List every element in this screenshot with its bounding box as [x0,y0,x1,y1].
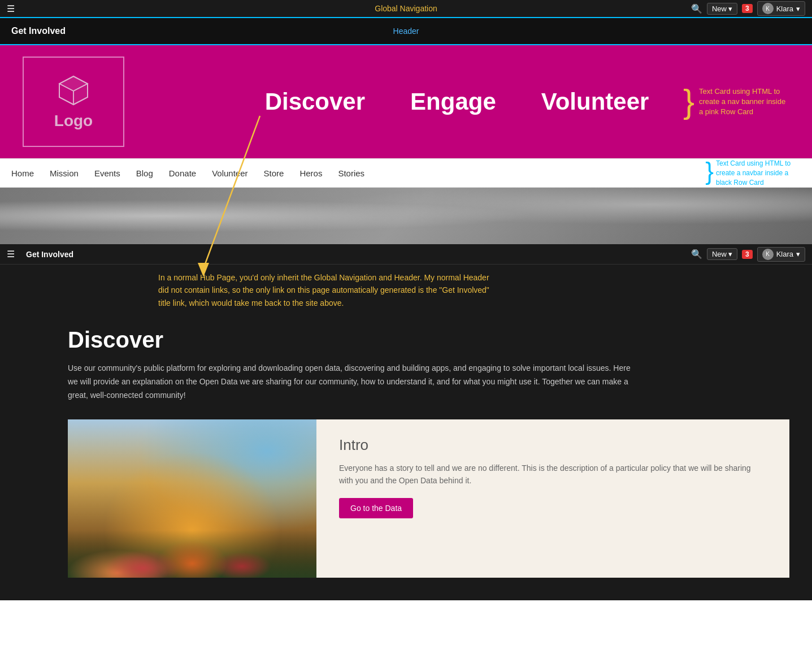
chevron-down-icon-secondary: ▾ [728,250,732,258]
pink-nav-volunteer[interactable]: Volunteer [541,88,649,115]
pink-nav-engage[interactable]: Engage [410,88,496,115]
discover-description: Use our community's public platform for … [68,362,633,402]
white-nav-links: Home Mission Events Blog Donate Voluntee… [11,168,801,178]
intro-heading: Intro [339,436,767,454]
new-button-top[interactable]: New ▾ [707,3,737,15]
text-card-cyan: } Text Card using HTML to create a navba… [705,159,801,187]
white-nav-events[interactable]: Events [94,168,120,178]
white-nav-bar: Home Mission Events Blog Donate Voluntee… [0,158,812,188]
dark-nav-page-title: Get Involved [26,250,73,259]
yellow-callout-annotation: In a normal Hub Page, you'd only inherit… [0,265,812,316]
yellow-brace-icon: } [683,85,694,119]
intro-card-row: Intro Everyone has a story to tell and w… [68,419,789,578]
header-center-label: Header [393,27,419,36]
white-nav-stories[interactable]: Stories [338,168,364,178]
dark-nav-bar-secondary: ☰ Get Involved 🔍 New ▾ 3 K Klara ▾ [0,244,812,265]
callout-text: In a normal Hub Page, you'd only inherit… [158,271,497,309]
discover-heading: Discover [68,327,789,353]
logo-icon [57,73,90,107]
hamburger-icon[interactable]: ☰ [7,3,15,14]
logo-text: Logo [54,112,93,130]
page-title-header: Get Involved [11,26,66,36]
pink-nav-discover[interactable]: Discover [265,88,365,115]
search-icon[interactable]: 🔍 [691,3,702,14]
text-card-cyan-content: Text Card using HTML to create a navbar … [716,159,801,187]
chevron-down-icon-user: ▾ [796,5,800,13]
text-card-yellow: } Text Card using HTML to create a nav b… [683,85,789,119]
white-nav-heros[interactable]: Heros [299,168,322,178]
chevron-down-icon-user-secondary: ▾ [796,250,800,258]
white-nav-blog[interactable]: Blog [136,168,153,178]
intro-description: Everyone has a story to tell and we are … [339,462,767,487]
notification-badge-top[interactable]: 3 [742,4,753,13]
dark-nav-right: 🔍 New ▾ 3 K Klara ▾ [691,247,805,262]
card-image [68,419,316,578]
text-card-yellow-content: Text Card using HTML to create a nav ban… [699,86,789,118]
cyan-brace-icon: } [705,159,714,184]
chevron-down-icon: ▾ [728,5,732,13]
global-nav-right: 🔍 New ▾ 3 K Klara ▾ [691,1,805,16]
avatar-secondary: K [762,249,774,260]
user-menu-secondary[interactable]: K Klara ▾ [757,247,805,262]
card-image-inner [68,419,316,578]
go-to-data-button[interactable]: Go to the Data [339,498,413,518]
white-nav-mission[interactable]: Mission [50,168,79,178]
global-nav-title: Global Navigation [375,4,437,13]
global-nav-bar: ☰ Global Navigation 🔍 New ▾ 3 K Klara ▾ [0,0,812,18]
white-nav-donate[interactable]: Donate [169,168,196,178]
dark-nav-left: ☰ Get Involved [7,249,73,259]
user-menu-top[interactable]: K Klara ▾ [757,1,805,16]
white-nav-home[interactable]: Home [11,168,34,178]
hero-image [0,188,812,244]
pink-banner: Logo Discover Engage Volunteer } Text Ca… [0,45,812,158]
white-nav-store[interactable]: Store [264,168,284,178]
header-bar: Get Involved Header [0,18,812,45]
notification-badge-secondary[interactable]: 3 [742,250,753,259]
hero-image-content [0,188,812,244]
hamburger-icon-secondary[interactable]: ☰ [7,249,15,259]
card-text-area: Intro Everyone has a story to tell and w… [316,419,789,578]
search-icon-secondary[interactable]: 🔍 [691,249,702,259]
new-button-secondary[interactable]: New ▾ [707,248,737,260]
avatar-top: K [762,3,774,14]
main-content: Discover Use our community's public plat… [0,316,812,600]
global-nav-left: ☰ [7,3,15,14]
white-nav-volunteer[interactable]: Volunteer [212,168,247,178]
logo-box: Logo [23,57,124,147]
